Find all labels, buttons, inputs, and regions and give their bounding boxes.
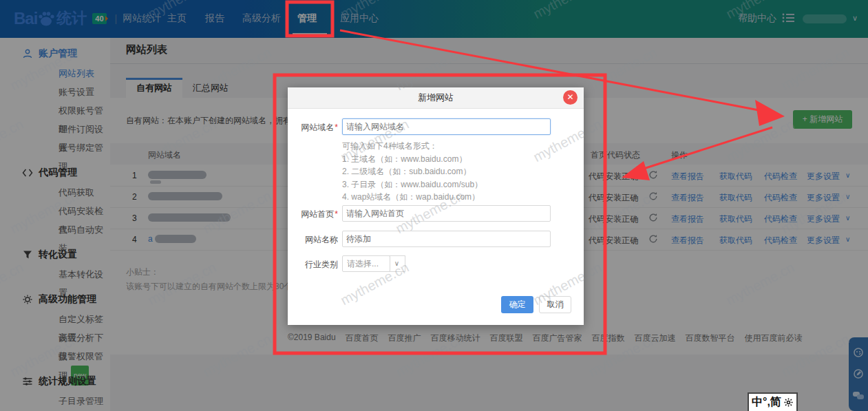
ime-indicator: 中°,简: [748, 392, 798, 411]
industry-select[interactable]: 请选择...: [342, 255, 390, 272]
domain-help-text: 可输入如下4种域名形式： 1. 主域名（如：www.baidu.com） 2. …: [342, 140, 483, 204]
label-text: 网站名称: [305, 235, 338, 244]
help-line: 2. 二级域名（如：sub.baidu.com）: [342, 165, 483, 178]
required-mark: *: [335, 123, 338, 132]
help-line: 3. 子目录（如：www.baidu.com/sub）: [342, 178, 483, 191]
label-text: 网站域名: [301, 123, 334, 132]
homepage-label: 网站首页*: [288, 209, 338, 220]
cancel-button[interactable]: 取消: [539, 296, 571, 313]
modal-title: 新增网站: [288, 87, 584, 109]
modal-close-icon[interactable]: ✕: [563, 90, 578, 105]
domain-label: 网站域名*: [288, 122, 338, 134]
site-name-input[interactable]: [342, 231, 551, 247]
ime-text: 中°,简: [752, 395, 781, 410]
homepage-input[interactable]: [342, 205, 551, 222]
industry-chevron-down-icon[interactable]: ∨: [389, 255, 405, 272]
label-text: 网站首页: [301, 209, 334, 219]
help-line: 可输入如下4种域名形式：: [342, 140, 483, 153]
confirm-button[interactable]: 确定: [501, 296, 533, 313]
ime-gear-icon[interactable]: [783, 397, 794, 408]
industry-label: 行业类别: [288, 259, 338, 271]
required-mark: *: [335, 209, 338, 219]
site-name-label: 网站名称: [288, 234, 338, 246]
add-website-modal: 新增网站 ✕ 网站域名* 可输入如下4种域名形式： 1. 主域名（如：www.b…: [288, 87, 584, 325]
help-line: 4. wap站域名（如：wap.baidu.com）: [342, 191, 483, 204]
help-line: 1. 主域名（如：www.baidu.com）: [342, 153, 483, 166]
label-text: 行业类别: [305, 260, 338, 269]
domain-input[interactable]: [342, 118, 551, 135]
